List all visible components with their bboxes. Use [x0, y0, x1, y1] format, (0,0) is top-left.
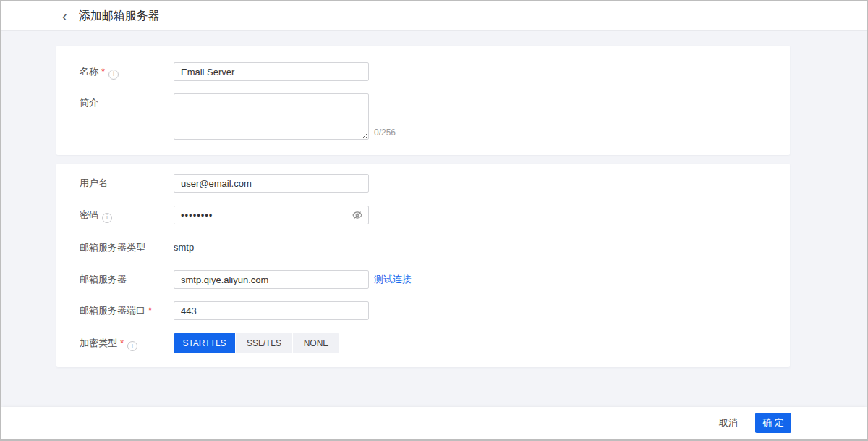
server-type-label: 邮箱服务器类型: [80, 242, 174, 253]
required-mark: *: [101, 66, 105, 77]
page-header: ‹ 添加邮箱服务器: [1, 1, 867, 31]
name-label: 名称*i: [80, 62, 174, 81]
server-type-row: 邮箱服务器类型 smtp: [80, 242, 790, 253]
password-input[interactable]: [174, 206, 369, 224]
name-label-text: 名称: [80, 66, 98, 77]
encryption-label: 加密类型*i: [80, 333, 174, 353]
info-icon[interactable]: i: [127, 341, 137, 351]
encryption-option-starttls[interactable]: STARTTLS: [174, 333, 235, 353]
server-type-value: smtp: [174, 242, 194, 253]
confirm-button[interactable]: 确 定: [755, 413, 791, 433]
footer-action-bar: 取消 确 定: [1, 407, 867, 439]
basic-info-card: 名称*i 简介 0/256: [56, 46, 790, 155]
username-input[interactable]: [174, 174, 369, 193]
encryption-segmented-control: STARTTLS SSL/TLS NONE: [174, 333, 339, 353]
add-email-server-page: ‹ 添加邮箱服务器 名称*i 简介 0/256: [0, 0, 868, 441]
server-port-label: 邮箱服务器端口*: [80, 301, 174, 320]
encryption-option-none[interactable]: NONE: [293, 333, 339, 353]
info-icon[interactable]: i: [109, 70, 119, 80]
password-label-text: 密码: [80, 209, 98, 220]
username-label: 用户名: [80, 174, 174, 193]
username-label-text: 用户名: [80, 177, 108, 188]
required-mark: *: [148, 305, 152, 316]
cancel-button[interactable]: 取消: [719, 416, 738, 429]
description-row: 简介 0/256: [80, 93, 790, 140]
server-settings-card: 用户名 密码i 邮箱服务器类型: [56, 164, 790, 367]
server-host-input[interactable]: [174, 270, 369, 289]
server-host-label-text: 邮箱服务器: [80, 274, 127, 285]
password-row: 密码i: [80, 206, 790, 224]
description-field: 0/256: [174, 93, 396, 140]
encryption-row: 加密类型*i STARTTLS SSL/TLS NONE: [80, 333, 790, 353]
username-row: 用户名: [80, 174, 790, 193]
encryption-label-text: 加密类型: [80, 337, 117, 348]
server-port-row: 邮箱服务器端口*: [80, 301, 790, 320]
required-mark: *: [120, 337, 124, 348]
server-host-row: 邮箱服务器 测试连接: [80, 270, 790, 289]
server-port-input[interactable]: [174, 301, 369, 320]
server-type-label-text: 邮箱服务器类型: [80, 242, 145, 253]
name-row: 名称*i: [80, 62, 790, 81]
form-content: 名称*i 简介 0/256 用户名: [1, 31, 867, 367]
server-host-label: 邮箱服务器: [80, 270, 174, 289]
server-port-label-text: 邮箱服务器端口: [80, 305, 145, 316]
eye-off-icon[interactable]: [352, 209, 363, 221]
encryption-option-ssltls[interactable]: SSL/TLS: [236, 333, 292, 353]
description-textarea[interactable]: [174, 93, 369, 140]
password-label: 密码i: [80, 206, 174, 224]
test-connection-link[interactable]: 测试连接: [374, 270, 412, 289]
name-input[interactable]: [174, 62, 369, 81]
description-label: 简介: [80, 93, 174, 140]
page-title: 添加邮箱服务器: [79, 9, 160, 24]
description-label-text: 简介: [80, 97, 98, 108]
back-icon[interactable]: ‹: [62, 9, 67, 23]
password-field: [174, 206, 369, 224]
info-icon[interactable]: i: [102, 213, 112, 223]
char-counter: 0/256: [374, 127, 396, 140]
